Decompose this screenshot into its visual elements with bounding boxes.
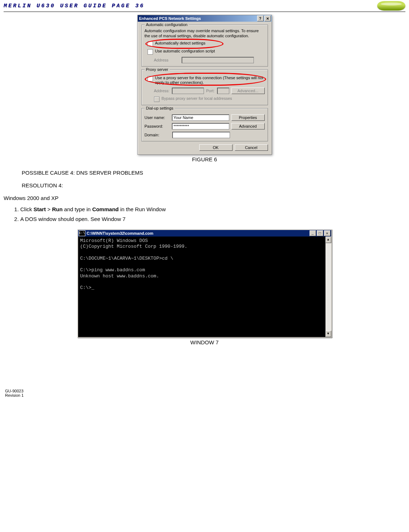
proxy-enable-checkbox[interactable] <box>148 76 153 81</box>
properties-button[interactable]: Properties <box>231 114 265 121</box>
dos-title-text: C:\WINNT\system32\command.com <box>87 231 310 235</box>
dialup-title: Dial-up settings <box>145 106 175 110</box>
password-input[interactable] <box>172 123 229 129</box>
page-title: MERLIN U630 USER GUIDE PAGE 36 <box>4 3 145 9</box>
step-1-sep: > <box>46 206 52 212</box>
scroll-down-button[interactable]: ▼ <box>325 331 331 337</box>
domain-label: Domain: <box>145 133 170 137</box>
dos-output: Microsoft(R) Windows DOS (C)Copyright Mi… <box>78 237 325 337</box>
settings-dialog: Enhanced PCS Network Settings ? ✕ Automa… <box>137 15 272 155</box>
possible-cause: POSSIBLE CAUSE 4: DNS SERVER PROBLEMS <box>22 170 405 176</box>
proxy-address-input <box>172 88 204 94</box>
username-label: User name: <box>145 115 170 120</box>
help-button[interactable]: ? <box>257 16 264 21</box>
step-1: Click Start > Run and type in Command in… <box>20 206 405 212</box>
dos-window: C:\ C:\WINNT\system32\command.com _ □ ✕ … <box>77 229 332 338</box>
auto-script-checkbox[interactable] <box>148 49 153 55</box>
proxy-address-label: Address: <box>154 89 170 93</box>
scrollbar[interactable]: ▲ ▼ <box>325 237 331 337</box>
step-1-command: Command <box>92 206 119 212</box>
username-input[interactable] <box>172 114 229 121</box>
figure-6-caption: FIGURE 6 <box>4 156 405 162</box>
proxy-group: Proxy server Use a proxy server for this… <box>141 69 268 106</box>
advanced-button[interactable]: Advanced <box>231 123 265 129</box>
auto-detect-label: Automatically detect settings <box>155 41 205 46</box>
minimize-button[interactable]: _ <box>310 230 316 236</box>
domain-input[interactable] <box>172 132 230 138</box>
auto-script-label: Use automatic configuration script <box>155 49 215 54</box>
resolution: RESOLUTION 4: <box>22 182 405 188</box>
proxy-bypass-label: Bypass proxy server for local addresses <box>162 96 232 101</box>
dos-close-button[interactable]: ✕ <box>324 230 331 236</box>
proxy-port-label: Port: <box>206 89 215 93</box>
auto-address-input <box>182 57 254 63</box>
proxy-advanced-button: Advanced... <box>231 88 265 94</box>
step-1-tail: in the Run Window <box>119 206 166 212</box>
step-1-run: Run <box>52 206 63 212</box>
brand-logo <box>377 1 405 10</box>
dos-icon: C:\ <box>79 230 85 236</box>
dialog-title: Enhanced PCS Network Settings <box>139 16 257 21</box>
scroll-up-button[interactable]: ▲ <box>325 237 331 243</box>
auto-config-title: Automatic configuration <box>145 22 189 27</box>
step-2: A DOS window should open. See Window 7 <box>20 216 405 222</box>
step-1-text: Click <box>20 206 34 212</box>
auto-address-label: Address <box>154 58 179 62</box>
window-7-caption: WINDOW 7 <box>4 339 405 345</box>
maximize-button[interactable]: □ <box>317 230 323 236</box>
auto-detect-checkbox[interactable] <box>148 41 153 47</box>
doc-id: GU-90023 <box>5 389 405 393</box>
ok-button[interactable]: OK <box>199 144 233 151</box>
proxy-bypass-checkbox <box>154 97 159 102</box>
password-label: Password: <box>145 124 170 128</box>
proxy-title: Proxy server <box>145 67 170 72</box>
proxy-port-input <box>217 88 229 94</box>
dialog-titlebar: Enhanced PCS Network Settings ? ✕ <box>138 15 272 22</box>
auto-config-desc: Automatic configuration may override man… <box>145 29 265 39</box>
auto-config-group: Automatic configuration Automatic config… <box>141 25 268 67</box>
os-heading: Windows 2000 and XP <box>4 195 405 201</box>
cancel-button[interactable]: Cancel <box>235 144 268 151</box>
step-1-start: Start <box>34 206 46 212</box>
proxy-enable-label: Use a proxy server for this connection (… <box>155 76 265 86</box>
dos-titlebar: C:\ C:\WINNT\system32\command.com _ □ ✕ <box>78 230 331 237</box>
step-1-text2: and type in <box>63 206 92 212</box>
scroll-track[interactable] <box>325 243 331 331</box>
close-button[interactable]: ✕ <box>264 16 271 21</box>
dialup-group: Dial-up settings User name: Properties P… <box>141 108 268 141</box>
revision: Revision 1 <box>5 393 405 397</box>
header-rule <box>4 12 405 12</box>
